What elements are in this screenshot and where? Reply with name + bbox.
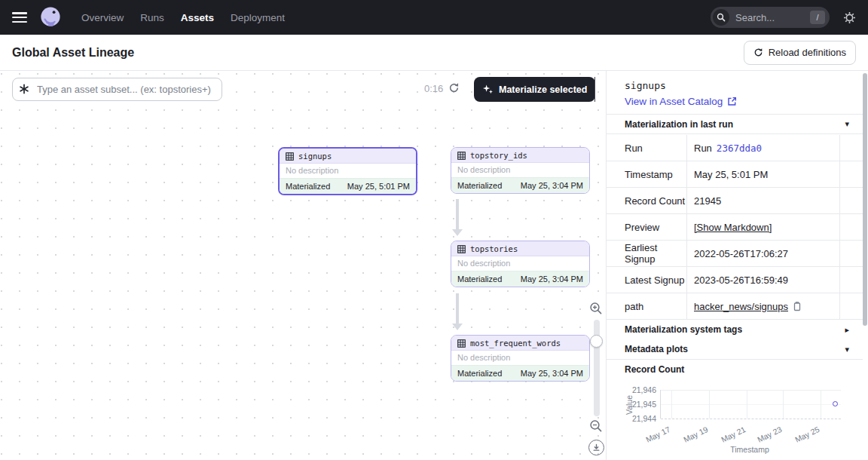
y-tick: 21,944: [607, 414, 656, 423]
reload-definitions-button[interactable]: Reload definitions: [744, 41, 856, 65]
edge-arrowhead: [452, 229, 463, 236]
record-count-chart: Value 21,946 21,945 21,944 May 17 May 19…: [607, 382, 863, 460]
search-shortcut-badge: /: [810, 11, 825, 24]
page-header: Global Asset Lineage Reload definitions: [0, 35, 868, 71]
asset-subset-input[interactable]: [12, 78, 222, 101]
asset-name: topstories: [470, 244, 518, 253]
sparkle-icon: [482, 84, 494, 95]
nav-right: /: [711, 7, 856, 28]
path-link[interactable]: hacker_news/signups: [694, 301, 788, 312]
asset-materialized-date: May 25, 3:04 PM: [521, 369, 583, 378]
settings-gear-icon[interactable]: [843, 11, 856, 24]
chart-x-axis-label: Timestamp: [689, 445, 810, 454]
page-title: Global Asset Lineage: [12, 46, 134, 60]
table-icon: [457, 339, 466, 348]
y-tick: 21,946: [607, 385, 656, 394]
table-row-preview: Preview [Show Markdown]: [607, 214, 863, 241]
table-row-timestamp: Timestamp May 25, 5:01 PM: [607, 161, 863, 188]
search-icon: [713, 9, 729, 26]
section-materialization-system-tags[interactable]: Materialization system tags ▸: [607, 320, 863, 340]
zoom-slider-thumb[interactable]: [590, 335, 603, 348]
section-metadata-plots[interactable]: Metadata plots ▾: [607, 339, 863, 360]
asset-status: Materialized: [286, 182, 330, 191]
table-row-run: Run Run2367dda0: [607, 135, 863, 161]
chart-title: Record Count: [625, 364, 684, 375]
zoom-in-icon[interactable]: [589, 302, 603, 315]
table-row-latest-signup: Latest Signup 2023-05-26T16:59:49: [607, 267, 863, 293]
table-row-path: path hacker_news/signups: [607, 293, 863, 320]
materialization-details-table: Run Run2367dda0 Timestamp May 25, 5:01 P…: [607, 135, 863, 320]
nav-links: Overview Runs Assets Deployment: [81, 12, 285, 23]
edge-topstories-most_frequent_words: [456, 293, 459, 324]
x-tick: May 17: [637, 425, 672, 448]
view-in-asset-catalog-link[interactable]: View in Asset Catalog: [625, 96, 737, 107]
asset-status: Materialized: [457, 369, 502, 378]
table-icon: [457, 152, 466, 160]
dagster-octopus-icon: [39, 6, 62, 29]
table-row-earliest-signup: Earliest Signup 2022-05-26T17:06:27: [607, 241, 863, 267]
asset-detail-panel: signups View in Asset Catalog Materializ…: [607, 71, 868, 460]
selected-asset-name: signups: [625, 80, 666, 91]
refresh-icon: [753, 48, 763, 57]
chart-data-point[interactable]: [833, 401, 838, 406]
edge-topstory_ids-topstories: [456, 199, 459, 229]
asset-description: No description: [280, 164, 416, 178]
nav-item-runs[interactable]: Runs: [140, 12, 164, 23]
zoom-out-icon[interactable]: [589, 419, 603, 433]
copy-icon[interactable]: [793, 302, 802, 311]
asset-status: Materialized: [457, 274, 502, 284]
edge-arrowhead: [452, 324, 463, 330]
asset-node-signups[interactable]: signups No description Materialized May …: [278, 147, 417, 195]
run-id-link[interactable]: 2367dda0: [717, 143, 762, 154]
chart-plot-area: [660, 390, 840, 419]
asset-materialized-date: May 25, 3:04 PM: [521, 181, 583, 190]
materialize-selected-button[interactable]: Materialize selected ▾: [474, 77, 595, 102]
asset-status: Materialized: [457, 181, 502, 190]
asset-description: No description: [451, 256, 589, 271]
search-box[interactable]: /: [711, 7, 830, 28]
asset-description: No description: [451, 163, 589, 177]
dagster-logo[interactable]: [39, 6, 62, 29]
asset-name: topstory_ids: [470, 151, 527, 160]
y-tick: 21,945: [607, 400, 656, 409]
asset-lineage-graph[interactable]: 0:16 Materialize selected ▾ signups: [0, 71, 607, 460]
table-row-record-count: Record Count 21945: [607, 188, 863, 214]
asset-materialized-date: May 25, 5:01 PM: [347, 182, 410, 191]
asset-node-most_frequent_words[interactable]: most_frequent_words No description Mater…: [451, 335, 590, 382]
caret-right-icon: ▸: [845, 325, 849, 335]
asset-node-topstory_ids[interactable]: topstory_ids No description Materialized…: [451, 147, 590, 194]
materialize-options-caret[interactable]: ▾: [594, 77, 599, 102]
asset-materialized-date: May 25, 3:04 PM: [521, 274, 583, 284]
auto-refresh-timer: 0:16: [424, 83, 443, 94]
caret-down-icon: ▾: [845, 345, 849, 354]
table-icon: [457, 245, 466, 253]
download-graph-button[interactable]: [588, 440, 604, 455]
caret-down-icon: ▾: [845, 119, 849, 129]
panel-scrollbar[interactable]: [863, 73, 867, 326]
menu-icon[interactable]: [12, 12, 27, 23]
refresh-graph-icon[interactable]: [448, 82, 460, 94]
section-materialization-in-last-run[interactable]: Materialization in last run ▾: [607, 114, 863, 134]
search-input[interactable]: [734, 11, 800, 24]
external-link-icon: [727, 97, 737, 106]
asset-description: No description: [451, 351, 589, 365]
asset-name: signups: [298, 152, 332, 161]
nav-item-overview[interactable]: Overview: [81, 12, 124, 23]
show-markdown-link[interactable]: [Show Markdown]: [694, 222, 772, 233]
table-icon: [286, 152, 294, 161]
top-nav: Overview Runs Assets Deployment /: [0, 0, 868, 35]
nav-item-deployment[interactable]: Deployment: [231, 12, 285, 23]
asset-name: most_frequent_words: [470, 339, 561, 348]
nav-item-assets[interactable]: Assets: [181, 12, 214, 23]
asset-node-topstories[interactable]: topstories No description Materialized M…: [451, 241, 590, 287]
